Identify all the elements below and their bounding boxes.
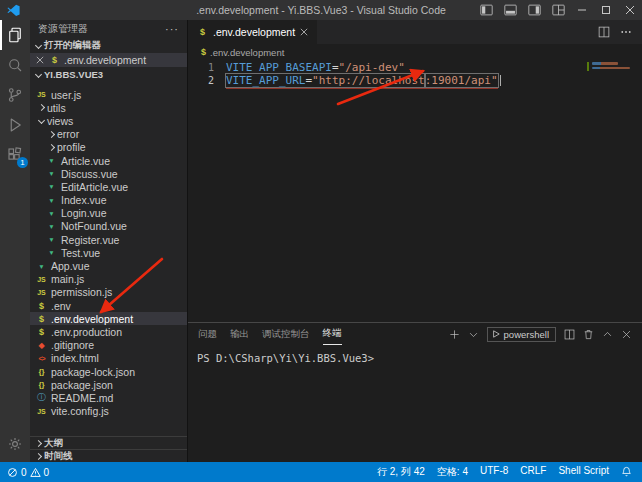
code-token: "/api-dev"	[339, 61, 405, 74]
tree-item-label: Index.vue	[61, 194, 107, 206]
status-eol[interactable]: CRLF	[520, 465, 546, 479]
sidebar-more-actions-icon[interactable]: ···	[165, 23, 179, 35]
tree-item-Index.vue[interactable]: ▼Index.vue	[30, 194, 187, 207]
breadcrumb-file[interactable]: .env.development	[210, 47, 284, 58]
tree-item-permission.js[interactable]: JSpermission.js	[30, 286, 187, 299]
js-file-icon: JS	[36, 91, 47, 98]
status-language-mode[interactable]: Shell Script	[558, 465, 609, 479]
line-number: 2	[188, 74, 214, 87]
tree-item-EditArticle.vue[interactable]: ▼EditArticle.vue	[30, 180, 187, 193]
tab-env-development[interactable]: $ .env.development	[188, 20, 317, 44]
chevron-right-icon	[35, 452, 42, 459]
status-right: 行 2, 列 42空格: 4UTF-8CRLFShell Script	[377, 465, 632, 479]
terminal-dropdown-icon[interactable]	[468, 329, 479, 340]
editor-tab-bar: $ .env.development	[188, 20, 642, 44]
activity-extensions-icon[interactable]: 1	[0, 140, 30, 170]
editor-content[interactable]: 1VITE_APP_BASEAPI="/api-dev"2VITE_APP_UR…	[188, 60, 642, 322]
breadcrumb[interactable]: $ .env.development	[188, 44, 642, 60]
tree-item-views[interactable]: views	[30, 114, 187, 127]
open-editor-item[interactable]: $ .env.development	[30, 53, 187, 67]
close-panel-icon[interactable]	[621, 329, 632, 340]
project-name-label: YI.BBS.VUE3	[44, 69, 103, 80]
settings-gear-icon[interactable]	[0, 429, 30, 459]
tree-item-label: Test.vue	[61, 247, 100, 259]
tree-item-main.js[interactable]: JSmain.js	[30, 273, 187, 286]
close-editor-icon[interactable]	[36, 56, 44, 64]
tree-item-profile[interactable]: profile	[30, 141, 187, 154]
chevron-down-icon	[38, 117, 45, 124]
status-items: 行 2, 列 42空格: 4UTF-8CRLFShell Script	[377, 465, 609, 479]
tree-item-Article.vue[interactable]: ▼Article.vue	[30, 154, 187, 167]
more-actions-icon[interactable]	[620, 26, 632, 38]
project-section[interactable]: YI.BBS.VUE3	[30, 67, 187, 82]
problems-status[interactable]: 0 0	[7, 467, 49, 478]
code-token: :19001/api"	[425, 74, 498, 87]
tree-item-package.json[interactable]: {}package.json	[30, 378, 187, 391]
activity-search-icon[interactable]	[0, 50, 30, 80]
line-content: VITE_APP_URL="http://localhost:19001/api…	[214, 74, 501, 87]
tree-item-App.vue[interactable]: ▼App.vue	[30, 259, 187, 272]
toggle-secondary-sidebar-icon[interactable]	[522, 0, 546, 20]
outline-label: 大纲	[44, 437, 63, 450]
tree-item-package-lock.json[interactable]: {}package-lock.json	[30, 365, 187, 378]
git-file-icon: ◆	[36, 341, 47, 350]
tree-item-Discuss.vue[interactable]: ▼Discuss.vue	[30, 167, 187, 180]
text-cursor	[500, 75, 501, 86]
panel-tab-终端[interactable]: 终端	[323, 323, 342, 345]
panel-tab-输出[interactable]: 输出	[230, 323, 249, 345]
info-file-icon: ⓘ	[36, 391, 47, 404]
status-indentation[interactable]: 空格: 4	[437, 465, 468, 479]
panel-tab-问题[interactable]: 问题	[198, 323, 217, 345]
tree-item-Register.vue[interactable]: ▼Register.vue	[30, 233, 187, 246]
tree-item-Login.vue[interactable]: ▼Login.vue	[30, 207, 187, 220]
status-encoding[interactable]: UTF-8	[480, 465, 508, 479]
tree-item-error[interactable]: error	[30, 128, 187, 141]
tree-item-label: NotFound.vue	[61, 220, 127, 232]
toggle-primary-sidebar-icon[interactable]	[474, 0, 498, 20]
minimap[interactable]	[592, 62, 634, 71]
terminal-output[interactable]: PS D:\CSharp\Yi\Yi.BBS.Vue3>	[188, 345, 642, 371]
maximize-icon[interactable]	[594, 0, 618, 20]
sidebar-title: 资源管理器	[38, 22, 88, 36]
tree-item-label: README.md	[51, 392, 113, 404]
kill-terminal-icon[interactable]	[583, 329, 594, 340]
code-segment: VITE_APP_BASEAPI="/api-dev"	[226, 61, 405, 74]
activity-bar: 1	[0, 20, 30, 462]
tree-item-.env[interactable]: $.env	[30, 299, 187, 312]
tree-item-index.html[interactable]: <>index.html	[30, 352, 187, 365]
close-tab-icon[interactable]	[300, 28, 308, 36]
tree-item-README.md[interactable]: ⓘREADME.md	[30, 391, 187, 404]
panel-tab-调试控制台[interactable]: 调试控制台	[262, 323, 310, 345]
open-editors-section[interactable]: 打开的编辑器	[30, 38, 187, 53]
activity-explorer-icon[interactable]	[0, 20, 30, 50]
new-terminal-icon[interactable]	[449, 329, 460, 340]
tree-item-user.js[interactable]: JSuser.js	[30, 88, 187, 101]
minimize-icon[interactable]	[570, 0, 594, 20]
split-editor-icon[interactable]	[598, 26, 610, 38]
notifications-bell-icon[interactable]	[621, 466, 632, 479]
outline-section[interactable]: 大纲	[30, 436, 187, 449]
tree-item-.env.production[interactable]: $.env.production	[30, 325, 187, 338]
tree-item-vite.config.js[interactable]: JSvite.config.js	[30, 405, 187, 418]
timeline-section[interactable]: 时间线	[30, 449, 187, 462]
tree-item-label: index.html	[51, 352, 99, 364]
activity-run-debug-icon[interactable]	[0, 110, 30, 140]
tree-item-label: .env.development	[51, 313, 133, 325]
tab-label: .env.development	[213, 26, 295, 38]
code-lines: 1VITE_APP_BASEAPI="/api-dev"2VITE_APP_UR…	[188, 61, 642, 87]
tree-item-.gitignore[interactable]: ◆.gitignore	[30, 339, 187, 352]
shell-selector[interactable]: powershell	[487, 327, 556, 342]
split-terminal-icon[interactable]	[564, 329, 575, 340]
tree-item-NotFound.vue[interactable]: ▼NotFound.vue	[30, 220, 187, 233]
activity-source-control-icon[interactable]	[0, 80, 30, 110]
tree-item-label: profile	[57, 141, 86, 153]
tree-item-Test.vue[interactable]: ▼Test.vue	[30, 246, 187, 259]
customize-layout-icon[interactable]	[546, 0, 570, 20]
maximize-panel-icon[interactable]	[602, 329, 613, 340]
tree-item-.env.development[interactable]: $.env.development	[30, 312, 187, 325]
close-window-icon[interactable]	[618, 0, 642, 20]
tree-item-utils[interactable]: utils	[30, 101, 187, 114]
toggle-panel-icon[interactable]	[498, 0, 522, 20]
status-cursor-position[interactable]: 行 2, 列 42	[377, 465, 425, 479]
vue-file-icon: ▼	[46, 170, 57, 177]
